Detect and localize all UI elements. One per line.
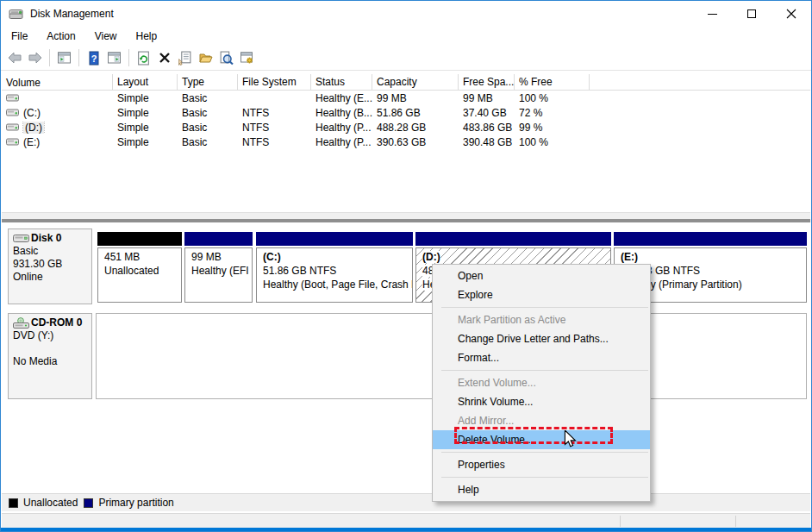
close-button[interactable] — [771, 1, 811, 27]
cell-capacity: 99 MB — [372, 92, 459, 104]
column-header-layout[interactable]: Layout — [113, 74, 178, 91]
menu-item-delete-volume[interactable]: Delete Volume... — [433, 430, 650, 449]
menu-item-extend-volume: Extend Volume... — [433, 373, 650, 392]
minimize-button[interactable] — [692, 1, 732, 27]
refresh-icon[interactable] — [134, 49, 153, 67]
view-magnifier-icon[interactable] — [217, 49, 235, 67]
menu-item-format[interactable]: Format... — [433, 348, 650, 367]
table-row-selected[interactable]: (D:) Simple Basic NTFS Healthy (P... 488… — [2, 120, 810, 135]
cell-pct-free: 100 % — [515, 92, 590, 104]
forward-arrow-icon[interactable] — [26, 49, 44, 67]
partition-box[interactable]: 451 MB Unallocated — [97, 247, 182, 303]
menu-help[interactable]: Help — [127, 28, 167, 44]
back-arrow-icon[interactable] — [5, 49, 23, 67]
partition-status: Healthy (EFI — [191, 264, 252, 278]
table-row[interactable]: (E:) Simple Basic NTFS Healthy (P... 390… — [2, 135, 810, 149]
column-header-type[interactable]: Type — [178, 74, 238, 91]
cell-type: Basic — [178, 122, 238, 134]
menu-item-explore[interactable]: Explore — [433, 285, 650, 304]
menu-separator — [441, 370, 648, 371]
table-row[interactable]: Simple Basic Healthy (E... 99 MB 99 MB 1… — [2, 91, 810, 105]
partition-band — [184, 232, 253, 246]
cell-capacity: 390.63 GB — [372, 136, 459, 148]
cell-free-space: 37.40 GB — [459, 107, 515, 119]
menu-bar: File Action View Help — [1, 27, 811, 46]
cell-layout: Simple — [113, 92, 178, 104]
menu-action[interactable]: Action — [37, 28, 84, 44]
menu-separator — [441, 307, 648, 308]
menu-item-change-drive-letter[interactable]: Change Drive Letter and Paths... — [433, 329, 650, 348]
show-action-pane-icon[interactable] — [105, 49, 123, 67]
partition-box[interactable]: (C:) 51.86 GB NTFS Healthy (Boot, Page F… — [256, 247, 413, 303]
cdrom-info-panel[interactable]: CD-ROM 0 DVD (Y:) No Media — [8, 313, 92, 399]
cell-status: Healthy (E... — [311, 92, 372, 104]
status-bar — [2, 513, 810, 529]
cell-type: Basic — [178, 136, 238, 148]
menu-item-mark-partition-active: Mark Partition as Active — [433, 310, 650, 329]
maximize-button[interactable] — [732, 1, 771, 27]
title-bar: Disk Management — [1, 1, 811, 27]
menu-separator — [441, 452, 648, 453]
column-header-free-space[interactable]: Free Spa... — [459, 74, 515, 91]
partition-efi[interactable]: 99 MB Healthy (EFI — [184, 232, 253, 303]
volume-icon — [6, 122, 19, 132]
help-icon[interactable]: ? — [84, 49, 103, 67]
partition-band — [256, 232, 413, 246]
menu-view[interactable]: View — [85, 28, 127, 44]
volume-table-header: Volume Layout Type File System Status Ca… — [2, 74, 810, 91]
volume-label: (D:) — [23, 122, 44, 134]
table-row[interactable]: (C:) Simple Basic NTFS Healthy (B... 51.… — [2, 105, 810, 120]
open-folder-icon[interactable] — [197, 49, 215, 67]
volume-label: (C:) — [23, 107, 41, 119]
column-header-file-system[interactable]: File System — [238, 74, 311, 91]
volume-icon — [6, 137, 19, 147]
partition-band — [97, 232, 182, 246]
partition-band — [415, 232, 611, 246]
manage-extension-icon[interactable] — [238, 49, 256, 67]
show-console-tree-icon[interactable] — [55, 49, 73, 67]
partition-c[interactable]: (C:) 51.86 GB NTFS Healthy (Boot, Page F… — [256, 232, 413, 303]
volume-icon — [6, 93, 19, 103]
cell-capacity: 51.86 GB — [372, 107, 459, 119]
legend-label: Primary partition — [98, 497, 173, 509]
legend-label: Unallocated — [23, 497, 78, 509]
menu-item-open[interactable]: Open — [433, 266, 650, 285]
cell-capacity: 488.28 GB — [372, 122, 459, 134]
column-header-volume[interactable]: Volume — [2, 74, 113, 91]
partition-unallocated[interactable]: 451 MB Unallocated — [97, 232, 182, 303]
partition-band — [614, 232, 807, 246]
cell-status: Healthy (B... — [311, 107, 372, 119]
context-menu: Open Explore Mark Partition as Active Ch… — [432, 264, 651, 502]
disk-kind: Basic — [13, 245, 90, 258]
menu-item-properties[interactable]: Properties — [433, 455, 650, 474]
window-title: Disk Management — [30, 8, 114, 20]
delete-icon[interactable] — [155, 49, 173, 67]
cdrom-icon — [13, 317, 29, 329]
toolbar-separator — [128, 49, 129, 66]
partition-label: (C:) — [263, 250, 412, 264]
legend-bar: Unallocated Primary partition — [2, 493, 810, 511]
volume-list-pane: Volume Layout Type File System Status Ca… — [2, 72, 810, 212]
column-header-status[interactable]: Status — [311, 74, 372, 91]
unallocated-swatch — [9, 498, 18, 508]
partition-box[interactable]: 99 MB Healthy (EFI — [184, 247, 253, 303]
column-header-pct-free[interactable]: % Free — [515, 74, 590, 91]
disk-name: Disk 0 — [31, 232, 61, 245]
cell-status: Healthy (P... — [311, 136, 372, 148]
cell-status: Healthy (P... — [311, 122, 372, 134]
menu-item-help[interactable]: Help — [433, 480, 650, 499]
svg-text:?: ? — [91, 53, 97, 63]
column-header-capacity[interactable]: Capacity — [372, 74, 459, 91]
pane-splitter[interactable] — [2, 212, 810, 219]
toolbar-separator — [78, 49, 79, 66]
disk-icon — [13, 233, 29, 244]
menu-file[interactable]: File — [2, 28, 37, 44]
cell-type: Basic — [178, 92, 238, 104]
volume-label: (E:) — [23, 136, 40, 148]
cell-pct-free: 99 % — [515, 122, 590, 134]
cdrom-status: No Media — [13, 355, 90, 368]
disk0-info-panel[interactable]: Disk 0 Basic 931.30 GB Online — [8, 228, 92, 304]
menu-item-shrink-volume[interactable]: Shrink Volume... — [433, 392, 650, 411]
properties-icon[interactable] — [176, 49, 194, 67]
cell-free-space: 483.86 GB — [459, 122, 515, 134]
